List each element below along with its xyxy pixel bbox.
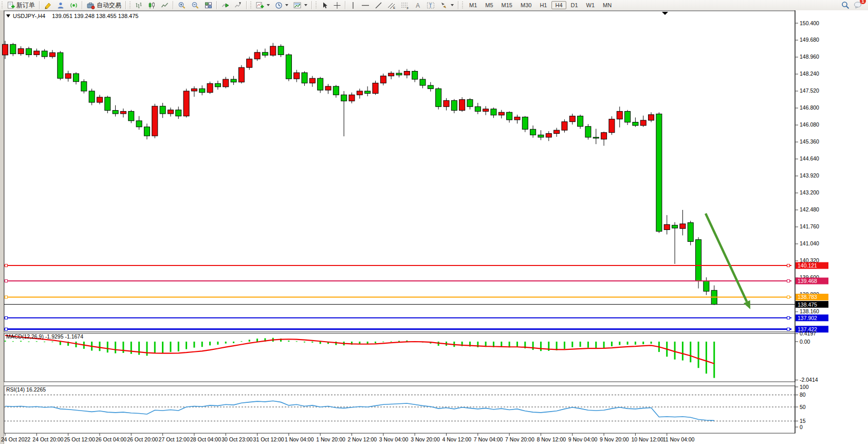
candle-body <box>373 83 378 93</box>
arrows-dropdown-caret[interactable] <box>451 4 454 6</box>
candle-body <box>546 133 551 137</box>
macd-histogram-bar <box>595 342 597 348</box>
templates-icon <box>293 2 302 9</box>
hline-handle[interactable] <box>787 328 790 330</box>
candle-body <box>672 225 678 228</box>
macd-histogram-bar <box>587 342 589 348</box>
candle-body <box>428 85 433 88</box>
arrows-button[interactable] <box>437 0 456 11</box>
toolbar-grip[interactable] <box>461 2 464 9</box>
fibonacci-button[interactable]: F <box>398 0 412 11</box>
metaeditor-button[interactable] <box>42 0 54 11</box>
equidistant-channel-button[interactable]: E <box>385 0 398 11</box>
candle-body <box>649 115 654 120</box>
candle-body <box>231 79 236 82</box>
macd-pane[interactable] <box>4 333 795 382</box>
main-price-pane[interactable] <box>4 11 795 332</box>
price-axis-tick-label: 146.080 <box>800 121 819 128</box>
tile-windows-button[interactable] <box>202 0 215 11</box>
periods-dropdown-caret[interactable] <box>285 4 288 6</box>
hline-handle[interactable] <box>787 264 790 267</box>
svg-text:F: F <box>407 6 409 9</box>
zoom-in-button[interactable] <box>175 0 189 11</box>
one-click-trading-toggle-icon[interactable] <box>6 14 10 17</box>
macd-signal-value: -1.1674 <box>65 333 83 340</box>
price-axis-tick-label: 141.040 <box>800 240 819 246</box>
text-button[interactable]: A <box>412 0 424 11</box>
hline-handle[interactable] <box>787 280 790 282</box>
hline-handle[interactable] <box>787 316 790 319</box>
candle-body <box>341 95 347 101</box>
timeframe-button-h4[interactable]: H4 <box>551 1 566 9</box>
toolbar-grip[interactable] <box>315 2 318 9</box>
hline-handle[interactable] <box>5 328 8 330</box>
hline-handle[interactable] <box>5 316 8 319</box>
trendline-button[interactable] <box>372 0 385 11</box>
search-icon[interactable] <box>841 1 849 9</box>
candlestick-chart-button[interactable] <box>145 0 158 11</box>
rsi-pane[interactable] <box>4 386 795 433</box>
timeframe-button-w1[interactable]: W1 <box>583 1 599 9</box>
timeframe-button-d1[interactable]: D1 <box>567 1 582 9</box>
macd-histogram-bar <box>107 342 108 352</box>
templates-button[interactable] <box>291 0 310 11</box>
time-axis-label: 24 Oct 20:00 <box>32 436 63 442</box>
new-order-button[interactable]: 新订单 <box>5 0 38 11</box>
macd-histogram-bar <box>12 341 14 342</box>
time-axis-label: 24 Oct 2022 <box>1 436 30 442</box>
candle-body <box>247 59 252 67</box>
timeframe-button-m1[interactable]: M1 <box>466 1 481 9</box>
chart-shift-button[interactable] <box>232 0 245 11</box>
toolbar-grip[interactable] <box>129 2 132 9</box>
hline-handle[interactable] <box>5 296 8 298</box>
time-axis-label: 26 Oct 20:00 <box>127 436 158 442</box>
periods-button[interactable] <box>272 0 291 11</box>
crosshair-button[interactable] <box>331 0 343 11</box>
hline-handle[interactable] <box>5 280 8 282</box>
candle-body <box>404 71 410 75</box>
text-icon: A <box>414 2 421 9</box>
timeframe-button-m5[interactable]: M5 <box>482 1 496 9</box>
timeframe-button-m30[interactable]: M30 <box>517 1 535 9</box>
candle-body <box>191 88 197 91</box>
cursor-button[interactable] <box>319 0 331 11</box>
time-axis-label: 27 Oct 12:00 <box>159 436 190 442</box>
text-label-button[interactable]: T <box>424 0 437 11</box>
horizontal-line-button[interactable] <box>359 0 372 11</box>
chart-canvas[interactable]: 150.400149.680148.960148.240147.520146.8… <box>0 10 868 444</box>
candle-body <box>183 91 189 116</box>
candle-body <box>507 112 512 120</box>
timeframe-button-m15[interactable]: M15 <box>498 1 516 9</box>
candle-body <box>467 99 473 106</box>
autotrading-label: 自动交易 <box>97 1 121 10</box>
price-badge-label: 140.121 <box>798 262 817 269</box>
mql-community-button[interactable] <box>54 0 67 11</box>
notifications-button[interactable]: 1 <box>854 1 863 10</box>
hline-handle[interactable] <box>5 264 8 267</box>
zoom-out-button[interactable] <box>189 0 202 11</box>
templates-dropdown-caret[interactable] <box>304 4 307 6</box>
macd-histogram-bar <box>138 342 140 355</box>
toolbar-grip[interactable] <box>250 2 252 9</box>
timeframe-button-h1[interactable]: H1 <box>536 1 550 9</box>
price-axis-tick-label: 149.680 <box>800 37 819 43</box>
macd-histogram-bar <box>288 341 289 342</box>
autotrading-button[interactable]: 自动交易 <box>84 0 124 11</box>
time-axis-label: 31 Oct 12:00 <box>253 436 284 442</box>
bar-chart-button[interactable] <box>133 0 145 11</box>
auto-scroll-button[interactable] <box>219 0 232 11</box>
price-axis-tick-label: 144.640 <box>800 155 819 162</box>
vertical-line-button[interactable] <box>347 0 359 11</box>
timeframe-button-mn[interactable]: MN <box>599 1 615 9</box>
indicators-button[interactable] <box>253 0 272 11</box>
hline-handle[interactable] <box>787 296 790 298</box>
toolbar-grip[interactable] <box>1 2 4 9</box>
candle-body <box>58 52 63 78</box>
news-signal-button[interactable] <box>67 0 80 11</box>
macd-histogram-bar <box>635 342 636 345</box>
indicators-dropdown-caret[interactable] <box>267 4 270 6</box>
candle-body <box>554 130 560 133</box>
line-chart-button[interactable] <box>158 0 171 11</box>
trendline-icon <box>375 2 382 9</box>
time-axis-label: 7 Nov 20:00 <box>505 436 534 442</box>
